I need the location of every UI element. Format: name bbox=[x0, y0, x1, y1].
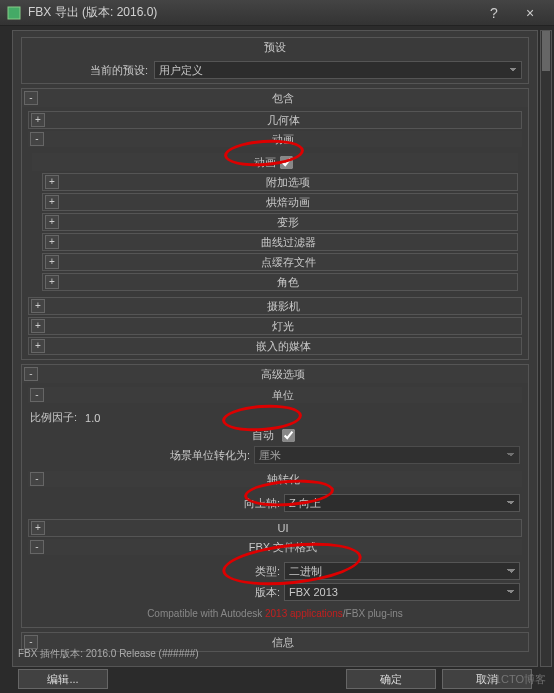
geometry-header: 几何体 bbox=[45, 113, 521, 128]
animation-checkbox-label: 动画 bbox=[254, 155, 276, 170]
ok-button[interactable]: 确定 bbox=[346, 669, 436, 689]
filters-expander[interactable]: + bbox=[45, 235, 59, 249]
animation-row: 动画 bbox=[32, 153, 518, 171]
media-header: 嵌入的媒体 bbox=[45, 339, 521, 354]
fbxformat-expander[interactable]: - bbox=[30, 540, 44, 554]
dialog-body: 预设 当前的预设: 用户定义 - 包含 +几何体 -动画 动画 bbox=[12, 30, 538, 667]
advanced-title: 高级选项 bbox=[38, 367, 528, 382]
compat-text: Compatible with Autodesk 2013 applicatio… bbox=[30, 604, 520, 623]
upaxis-label: 向上轴: bbox=[30, 496, 280, 511]
cache-expander[interactable]: + bbox=[45, 255, 59, 269]
scene-convert-label: 场景单位转化为: bbox=[30, 448, 250, 463]
scale-row: 比例因子: 1.0 bbox=[30, 410, 520, 425]
advanced-group: - 高级选项 -单位 比例因子: 1.0 自动 场景单位转化为: bbox=[21, 364, 529, 628]
window-title: FBX 导出 (版本: 2016.0) bbox=[28, 4, 476, 21]
axis-expander[interactable]: - bbox=[30, 472, 44, 486]
app-icon bbox=[6, 5, 22, 21]
scroll-area: 预设 当前的预设: 用户定义 - 包含 +几何体 -动画 动画 bbox=[13, 31, 537, 666]
ui-header: UI bbox=[45, 522, 521, 534]
type-select[interactable]: 二进制 bbox=[284, 562, 520, 580]
camera-expander[interactable]: + bbox=[31, 299, 45, 313]
deform-header: 变形 bbox=[59, 215, 517, 230]
extra-header: 附加选项 bbox=[59, 175, 517, 190]
scale-label: 比例因子: bbox=[30, 410, 77, 425]
upaxis-select[interactable]: Z 向上 bbox=[284, 494, 520, 512]
include-group: - 包含 +几何体 -动画 动画 +附加选项 +烘焙动画 +变形 +曲线过滤器 bbox=[21, 88, 529, 360]
character-header: 角色 bbox=[59, 275, 517, 290]
svg-rect-0 bbox=[8, 7, 20, 19]
units-header: 单位 bbox=[44, 388, 522, 403]
ui-expander[interactable]: + bbox=[31, 521, 45, 535]
cache-header: 点缓存文件 bbox=[59, 255, 517, 270]
camera-header: 摄影机 bbox=[45, 299, 521, 314]
close-button[interactable]: × bbox=[512, 5, 548, 21]
bake-header: 烘焙动画 bbox=[59, 195, 517, 210]
light-header: 灯光 bbox=[45, 319, 521, 334]
animation-expander[interactable]: - bbox=[30, 132, 44, 146]
scrollbar-thumb[interactable] bbox=[542, 31, 550, 71]
extra-expander[interactable]: + bbox=[45, 175, 59, 189]
animation-header: 动画 bbox=[44, 132, 522, 147]
advanced-expander[interactable]: - bbox=[24, 367, 38, 381]
units-expander[interactable]: - bbox=[30, 388, 44, 402]
preset-label: 当前的预设: bbox=[28, 63, 148, 78]
preset-group: 预设 当前的预设: 用户定义 bbox=[21, 37, 529, 84]
help-button[interactable]: ? bbox=[476, 5, 512, 21]
watermark-text: ©51CTO博客 bbox=[481, 672, 546, 687]
version-label: 版本: bbox=[30, 585, 280, 600]
preset-group-title: 预设 bbox=[22, 38, 528, 57]
preset-select[interactable]: 用户定义 bbox=[154, 61, 522, 79]
plugin-version-text: FBX 插件版本: 2016.0 Release (######) bbox=[18, 647, 199, 661]
auto-checkbox[interactable] bbox=[282, 429, 295, 442]
footer-bar: 编辑... 确定 取消 bbox=[12, 667, 538, 691]
light-expander[interactable]: + bbox=[31, 319, 45, 333]
type-label: 类型: bbox=[30, 564, 280, 579]
scene-convert-select[interactable]: 厘米 bbox=[254, 446, 520, 464]
title-bar: FBX 导出 (版本: 2016.0) ? × bbox=[0, 0, 554, 26]
version-select[interactable]: FBX 2013 bbox=[284, 583, 520, 601]
animation-checkbox[interactable] bbox=[280, 156, 293, 169]
deform-expander[interactable]: + bbox=[45, 215, 59, 229]
edit-button[interactable]: 编辑... bbox=[18, 669, 108, 689]
fbxformat-header: FBX 文件格式 bbox=[44, 540, 522, 555]
scale-value: 1.0 bbox=[85, 412, 100, 424]
auto-label: 自动 bbox=[252, 428, 274, 443]
vertical-scrollbar[interactable] bbox=[540, 30, 552, 667]
axis-header: 轴转化 bbox=[44, 472, 522, 487]
filters-header: 曲线过滤器 bbox=[59, 235, 517, 250]
character-expander[interactable]: + bbox=[45, 275, 59, 289]
include-title: 包含 bbox=[38, 91, 528, 106]
geometry-expander[interactable]: + bbox=[31, 113, 45, 127]
include-expander[interactable]: - bbox=[24, 91, 38, 105]
bake-expander[interactable]: + bbox=[45, 195, 59, 209]
media-expander[interactable]: + bbox=[31, 339, 45, 353]
